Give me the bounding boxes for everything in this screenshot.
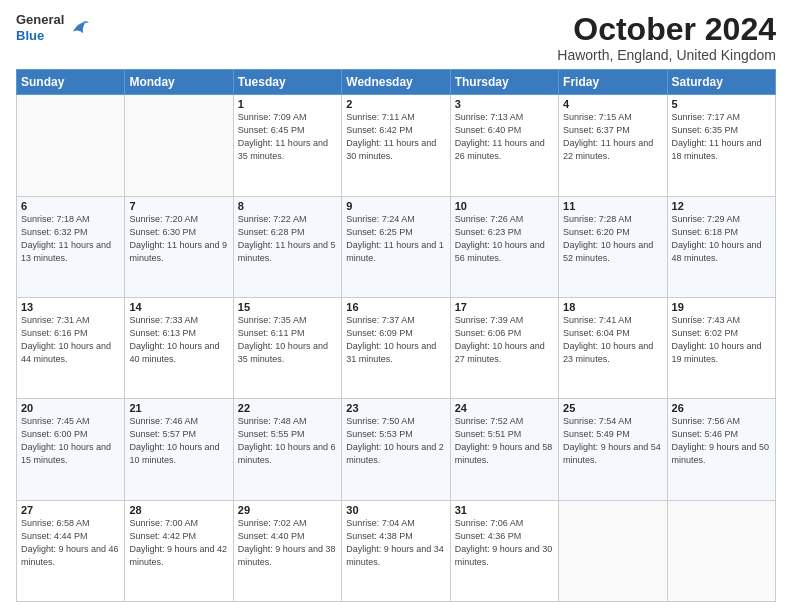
- day-info: Sunrise: 7:46 AM Sunset: 5:57 PM Dayligh…: [129, 415, 228, 467]
- day-number: 26: [672, 402, 771, 414]
- table-row: 29Sunrise: 7:02 AM Sunset: 4:40 PM Dayli…: [233, 500, 341, 601]
- calendar-table: Sunday Monday Tuesday Wednesday Thursday…: [16, 69, 776, 602]
- table-row: 25Sunrise: 7:54 AM Sunset: 5:49 PM Dayli…: [559, 399, 667, 500]
- day-info: Sunrise: 7:39 AM Sunset: 6:06 PM Dayligh…: [455, 314, 554, 366]
- day-number: 3: [455, 98, 554, 110]
- location: Haworth, England, United Kingdom: [557, 47, 776, 63]
- col-monday: Monday: [125, 70, 233, 95]
- table-row: 28Sunrise: 7:00 AM Sunset: 4:42 PM Dayli…: [125, 500, 233, 601]
- day-info: Sunrise: 7:06 AM Sunset: 4:36 PM Dayligh…: [455, 517, 554, 569]
- day-info: Sunrise: 7:52 AM Sunset: 5:51 PM Dayligh…: [455, 415, 554, 467]
- table-row: 27Sunrise: 6:58 AM Sunset: 4:44 PM Dayli…: [17, 500, 125, 601]
- day-number: 17: [455, 301, 554, 313]
- calendar-week-row: 1Sunrise: 7:09 AM Sunset: 6:45 PM Daylig…: [17, 95, 776, 196]
- day-info: Sunrise: 6:58 AM Sunset: 4:44 PM Dayligh…: [21, 517, 120, 569]
- day-info: Sunrise: 7:09 AM Sunset: 6:45 PM Dayligh…: [238, 111, 337, 163]
- day-info: Sunrise: 7:54 AM Sunset: 5:49 PM Dayligh…: [563, 415, 662, 467]
- day-info: Sunrise: 7:17 AM Sunset: 6:35 PM Dayligh…: [672, 111, 771, 163]
- table-row: 30Sunrise: 7:04 AM Sunset: 4:38 PM Dayli…: [342, 500, 450, 601]
- logo-bird-icon: [67, 17, 89, 39]
- col-wednesday: Wednesday: [342, 70, 450, 95]
- day-info: Sunrise: 7:04 AM Sunset: 4:38 PM Dayligh…: [346, 517, 445, 569]
- day-info: Sunrise: 7:29 AM Sunset: 6:18 PM Dayligh…: [672, 213, 771, 265]
- table-row: 14Sunrise: 7:33 AM Sunset: 6:13 PM Dayli…: [125, 297, 233, 398]
- day-number: 20: [21, 402, 120, 414]
- table-row: [17, 95, 125, 196]
- day-number: 1: [238, 98, 337, 110]
- day-number: 15: [238, 301, 337, 313]
- day-number: 2: [346, 98, 445, 110]
- day-info: Sunrise: 7:24 AM Sunset: 6:25 PM Dayligh…: [346, 213, 445, 265]
- calendar-header-row: Sunday Monday Tuesday Wednesday Thursday…: [17, 70, 776, 95]
- table-row: 17Sunrise: 7:39 AM Sunset: 6:06 PM Dayli…: [450, 297, 558, 398]
- day-info: Sunrise: 7:56 AM Sunset: 5:46 PM Dayligh…: [672, 415, 771, 467]
- day-info: Sunrise: 7:43 AM Sunset: 6:02 PM Dayligh…: [672, 314, 771, 366]
- table-row: 7Sunrise: 7:20 AM Sunset: 6:30 PM Daylig…: [125, 196, 233, 297]
- day-info: Sunrise: 7:37 AM Sunset: 6:09 PM Dayligh…: [346, 314, 445, 366]
- calendar-week-row: 13Sunrise: 7:31 AM Sunset: 6:16 PM Dayli…: [17, 297, 776, 398]
- table-row: 3Sunrise: 7:13 AM Sunset: 6:40 PM Daylig…: [450, 95, 558, 196]
- day-number: 14: [129, 301, 228, 313]
- table-row: 18Sunrise: 7:41 AM Sunset: 6:04 PM Dayli…: [559, 297, 667, 398]
- day-number: 16: [346, 301, 445, 313]
- day-info: Sunrise: 7:11 AM Sunset: 6:42 PM Dayligh…: [346, 111, 445, 163]
- calendar-week-row: 20Sunrise: 7:45 AM Sunset: 6:00 PM Dayli…: [17, 399, 776, 500]
- day-number: 5: [672, 98, 771, 110]
- table-row: 1Sunrise: 7:09 AM Sunset: 6:45 PM Daylig…: [233, 95, 341, 196]
- table-row: 15Sunrise: 7:35 AM Sunset: 6:11 PM Dayli…: [233, 297, 341, 398]
- day-info: Sunrise: 7:35 AM Sunset: 6:11 PM Dayligh…: [238, 314, 337, 366]
- day-info: Sunrise: 7:33 AM Sunset: 6:13 PM Dayligh…: [129, 314, 228, 366]
- table-row: 19Sunrise: 7:43 AM Sunset: 6:02 PM Dayli…: [667, 297, 775, 398]
- day-number: 8: [238, 200, 337, 212]
- day-info: Sunrise: 7:31 AM Sunset: 6:16 PM Dayligh…: [21, 314, 120, 366]
- day-number: 6: [21, 200, 120, 212]
- table-row: 5Sunrise: 7:17 AM Sunset: 6:35 PM Daylig…: [667, 95, 775, 196]
- title-block: October 2024 Haworth, England, United Ki…: [557, 12, 776, 63]
- table-row: 6Sunrise: 7:18 AM Sunset: 6:32 PM Daylig…: [17, 196, 125, 297]
- col-saturday: Saturday: [667, 70, 775, 95]
- table-row: 24Sunrise: 7:52 AM Sunset: 5:51 PM Dayli…: [450, 399, 558, 500]
- day-number: 23: [346, 402, 445, 414]
- calendar-week-row: 6Sunrise: 7:18 AM Sunset: 6:32 PM Daylig…: [17, 196, 776, 297]
- col-thursday: Thursday: [450, 70, 558, 95]
- day-info: Sunrise: 7:28 AM Sunset: 6:20 PM Dayligh…: [563, 213, 662, 265]
- table-row: 10Sunrise: 7:26 AM Sunset: 6:23 PM Dayli…: [450, 196, 558, 297]
- table-row: 16Sunrise: 7:37 AM Sunset: 6:09 PM Dayli…: [342, 297, 450, 398]
- table-row: 12Sunrise: 7:29 AM Sunset: 6:18 PM Dayli…: [667, 196, 775, 297]
- page-header: GeneralBlue October 2024 Haworth, Englan…: [16, 12, 776, 63]
- day-info: Sunrise: 7:22 AM Sunset: 6:28 PM Dayligh…: [238, 213, 337, 265]
- day-number: 30: [346, 504, 445, 516]
- day-number: 27: [21, 504, 120, 516]
- day-number: 31: [455, 504, 554, 516]
- table-row: 4Sunrise: 7:15 AM Sunset: 6:37 PM Daylig…: [559, 95, 667, 196]
- table-row: [125, 95, 233, 196]
- day-number: 19: [672, 301, 771, 313]
- day-info: Sunrise: 7:45 AM Sunset: 6:00 PM Dayligh…: [21, 415, 120, 467]
- day-number: 21: [129, 402, 228, 414]
- day-number: 4: [563, 98, 662, 110]
- day-number: 11: [563, 200, 662, 212]
- day-number: 28: [129, 504, 228, 516]
- table-row: [559, 500, 667, 601]
- day-info: Sunrise: 7:13 AM Sunset: 6:40 PM Dayligh…: [455, 111, 554, 163]
- table-row: 11Sunrise: 7:28 AM Sunset: 6:20 PM Dayli…: [559, 196, 667, 297]
- day-number: 10: [455, 200, 554, 212]
- table-row: 2Sunrise: 7:11 AM Sunset: 6:42 PM Daylig…: [342, 95, 450, 196]
- table-row: 9Sunrise: 7:24 AM Sunset: 6:25 PM Daylig…: [342, 196, 450, 297]
- day-info: Sunrise: 7:26 AM Sunset: 6:23 PM Dayligh…: [455, 213, 554, 265]
- day-number: 25: [563, 402, 662, 414]
- table-row: 8Sunrise: 7:22 AM Sunset: 6:28 PM Daylig…: [233, 196, 341, 297]
- day-number: 9: [346, 200, 445, 212]
- col-tuesday: Tuesday: [233, 70, 341, 95]
- day-number: 24: [455, 402, 554, 414]
- logo-text: GeneralBlue: [16, 12, 64, 43]
- col-friday: Friday: [559, 70, 667, 95]
- day-number: 29: [238, 504, 337, 516]
- day-number: 22: [238, 402, 337, 414]
- day-info: Sunrise: 7:15 AM Sunset: 6:37 PM Dayligh…: [563, 111, 662, 163]
- day-info: Sunrise: 7:18 AM Sunset: 6:32 PM Dayligh…: [21, 213, 120, 265]
- table-row: 13Sunrise: 7:31 AM Sunset: 6:16 PM Dayli…: [17, 297, 125, 398]
- calendar-week-row: 27Sunrise: 6:58 AM Sunset: 4:44 PM Dayli…: [17, 500, 776, 601]
- day-info: Sunrise: 7:20 AM Sunset: 6:30 PM Dayligh…: [129, 213, 228, 265]
- day-number: 12: [672, 200, 771, 212]
